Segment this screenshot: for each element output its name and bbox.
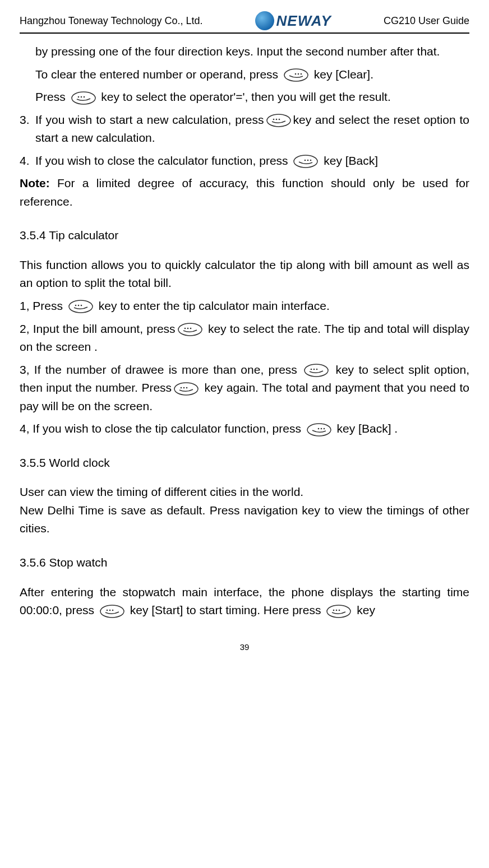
section-heading-354: 3.5.4 Tip calculator (20, 226, 469, 245)
page-header: Hangzhou Toneway Technology Co., Ltd. NE… (20, 11, 469, 34)
text: key [Back] . (337, 422, 398, 435)
text: by pressing one of the four direction ke… (35, 45, 440, 58)
text: This function allows you to quickly calc… (20, 258, 469, 290)
logo: NEWAY (255, 11, 331, 30)
logo-block: NEWAY (255, 11, 331, 30)
list-item: 4. If you wish to close the calculator f… (20, 152, 469, 170)
text: key [Back] (324, 154, 378, 167)
page-container: Hangzhou Toneway Technology Co., Ltd. NE… (0, 0, 489, 669)
text: Press (35, 90, 69, 103)
softkey-left-icon (326, 605, 351, 618)
softkey-right-icon (284, 68, 308, 82)
text: key to select the operator'=', then you … (101, 90, 390, 103)
softkey-left-icon (174, 382, 199, 396)
paragraph: To clear the entered number or operand, … (20, 66, 469, 84)
list-body: If you wish to close the calculator func… (35, 152, 469, 170)
text: key [Clear]. (314, 68, 373, 81)
paragraph: New Delhi Time is save as default. Press… (20, 502, 469, 538)
softkey-left-icon (100, 605, 124, 618)
paragraph: 1, Press key to enter the tip calculator… (20, 297, 469, 315)
company-name: Hangzhou Toneway Technology Co., Ltd. (20, 15, 203, 27)
text: 1, Press (20, 299, 66, 312)
paragraph: This function allows you to quickly calc… (20, 256, 469, 293)
paragraph: 3, If the number of drawee is more than … (20, 361, 469, 416)
globe-icon (255, 11, 274, 30)
text: key to enter the tip calculator main int… (99, 299, 330, 312)
guide-title: CG210 User Guide (384, 15, 469, 27)
paragraph: After entering the stopwatch main interf… (20, 583, 469, 620)
note-label: Note: (20, 177, 50, 189)
section-heading-355: 3.5.5 World clock (20, 454, 469, 472)
content-body: by pressing one of the four direction ke… (20, 43, 469, 620)
text: key (357, 604, 375, 616)
paragraph: 4, If you wish to close the tip calculat… (20, 420, 469, 438)
text: 2, Input the bill amount, press (20, 322, 176, 335)
softkey-right-icon (307, 423, 331, 437)
softkey-left-icon (71, 91, 96, 105)
paragraph: User can view the timing of different ci… (20, 483, 469, 502)
text: New Delhi Time is save as default. Press… (20, 504, 469, 535)
note-paragraph: Note: For a limited degree of accuracy, … (20, 174, 469, 211)
text: To clear the entered number or operand, … (35, 68, 282, 81)
list-number: 4. (20, 152, 35, 170)
logo-text: NEWAY (276, 12, 331, 30)
page-number: 39 (20, 642, 469, 652)
softkey-left-icon (266, 114, 291, 127)
paragraph: Press key to select the operator'=', the… (20, 88, 469, 106)
softkey-right-icon (293, 155, 318, 168)
softkey-left-icon (68, 300, 93, 313)
list-item: 3. If you wish to start a new calculatio… (20, 111, 469, 147)
section-heading-356: 3.5.6 Stop watch (20, 554, 469, 572)
text: User can view the timing of different ci… (20, 485, 303, 498)
paragraph: by pressing one of the four direction ke… (20, 43, 469, 61)
text: For a limited degree of accuracy, this f… (20, 177, 469, 208)
text: If you wish to start a new calculation, … (35, 113, 264, 126)
text: key [Start] to start timing. Here press (130, 604, 325, 616)
text: 3, If the number of drawee is more than … (20, 363, 302, 376)
text: 4, If you wish to close the tip calculat… (20, 422, 305, 435)
softkey-left-icon (304, 364, 329, 377)
softkey-left-icon (178, 323, 202, 336)
paragraph: 2, Input the bill amount, press key to s… (20, 320, 469, 356)
list-number: 3. (20, 111, 35, 147)
list-body: If you wish to start a new calculation, … (35, 111, 469, 147)
text: If you wish to close the calculator func… (35, 154, 291, 167)
